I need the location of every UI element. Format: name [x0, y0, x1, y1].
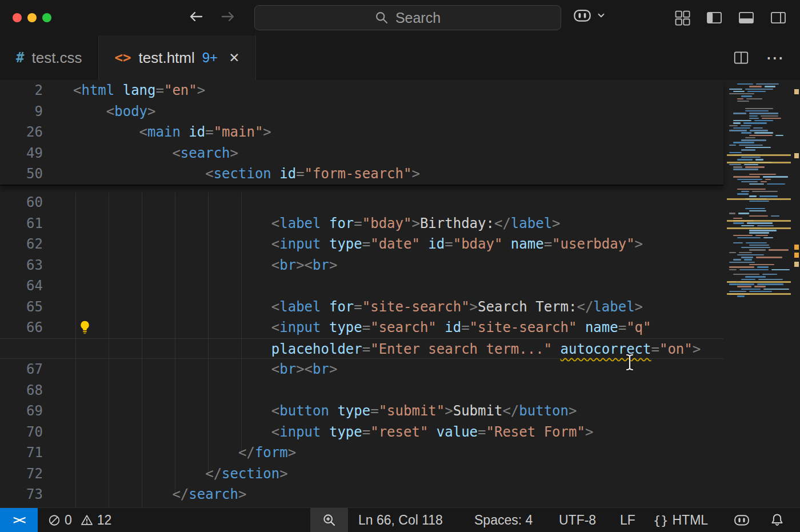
line-content[interactable]: <main id="main">	[43, 122, 271, 143]
line-content[interactable]: <br><br>	[43, 255, 337, 276]
encoding-status[interactable]: UTF-8	[559, 513, 596, 528]
code-line[interactable]: 26 <main id="main">	[0, 122, 723, 143]
line-content[interactable]: </form>	[43, 442, 296, 463]
code-line[interactable]: 69 <button type="submit">Submit</button>	[0, 401, 723, 422]
token-tag: search	[181, 145, 230, 161]
line-number: 67	[0, 359, 43, 380]
code-line[interactable]: placeholder="Enter search term..." autoc…	[0, 338, 723, 359]
code-line[interactable]: 62 <input type="date" id="bday" name="us…	[0, 234, 723, 255]
code-line[interactable]: 72 </section>	[0, 463, 723, 485]
code-line[interactable]: 61 <label for="bday">Birthday:</label>	[0, 213, 723, 234]
token-p: =	[370, 403, 378, 419]
line-content[interactable]: <search>	[43, 143, 238, 164]
minimap-highlight	[727, 198, 791, 200]
tab-test-css[interactable]: # test.css	[0, 35, 99, 80]
zoom-status-item[interactable]	[310, 508, 348, 532]
line-content[interactable]	[43, 380, 73, 401]
minimap-line	[747, 91, 766, 92]
code-line[interactable]: 65 <label for="site-search">Search Term:…	[0, 297, 723, 318]
line-content[interactable]: <label for="site-search">Search Term:</l…	[43, 297, 643, 318]
line-content[interactable]: <input type="date" id="bday" name="userb…	[43, 234, 643, 255]
code-line[interactable]: 49 <search>	[0, 143, 723, 164]
code-line[interactable]: 68	[0, 380, 723, 401]
line-content[interactable]: <button type="submit">Submit</button>	[43, 401, 577, 422]
problems-status[interactable]: 0 12	[48, 513, 111, 528]
navigate-back-icon[interactable]	[187, 8, 205, 25]
minimize-window-button[interactable]	[27, 13, 37, 22]
customize-layout-icon[interactable]	[673, 9, 691, 27]
token-p: <	[271, 424, 279, 440]
eol-status[interactable]: LF	[620, 513, 635, 528]
code-line[interactable]: 66 <input type="search" id="site-search"…	[0, 317, 723, 338]
line-content[interactable]: </section>	[43, 463, 288, 485]
line-content[interactable]: <br><br>	[43, 359, 337, 380]
toggle-secondary-sidebar-icon[interactable]	[769, 9, 787, 27]
token-p: >	[470, 299, 478, 315]
remote-indicator[interactable]: ><	[0, 508, 38, 532]
language-mode-status[interactable]: {} HTML	[653, 513, 708, 528]
code-line[interactable]: 63 <br><br>	[0, 255, 723, 276]
copilot-menu[interactable]	[573, 8, 606, 23]
code-line[interactable]: 64	[0, 275, 723, 297]
token-p: </	[577, 299, 593, 315]
toggle-panel-icon[interactable]	[737, 9, 755, 27]
cursor-position-status[interactable]: Ln 66, Col 118	[358, 513, 443, 528]
minimap-line	[729, 152, 742, 153]
code-line[interactable]: 2<html lang="en">	[0, 80, 723, 101]
close-tab-icon[interactable]: ✕	[229, 50, 239, 66]
line-content[interactable]: <body>	[43, 101, 156, 122]
close-window-button[interactable]	[13, 13, 22, 22]
token-p: =	[461, 319, 469, 335]
code-editor[interactable]: 6061 <label for="bday">Birthday:</label>…	[0, 80, 800, 507]
minimap-line	[744, 164, 758, 165]
minimap-line	[763, 176, 787, 177]
html-file-icon: <>	[115, 50, 131, 66]
maximize-window-button[interactable]	[42, 13, 51, 22]
token-p: =	[354, 215, 362, 231]
token-tag: label	[279, 215, 321, 231]
minimap-line	[749, 291, 772, 292]
line-content[interactable]: <html lang="en">	[43, 80, 205, 101]
code-line[interactable]: 67 <br><br>	[0, 359, 723, 380]
token-attr: lang	[123, 82, 156, 98]
indentation-status[interactable]: Spaces: 4	[474, 513, 533, 528]
token-p: <	[172, 145, 180, 161]
command-center-search[interactable]: Search	[254, 5, 561, 30]
line-content[interactable]	[43, 192, 73, 213]
tab-label: test.css	[31, 49, 82, 67]
minimap-line	[745, 166, 765, 167]
token-tag: br	[313, 257, 329, 273]
token-p: =	[362, 319, 370, 335]
copilot-status[interactable]	[734, 514, 750, 527]
line-content[interactable]: <input type="reset" value="Reset Form">	[43, 422, 593, 443]
minimap-line	[750, 130, 768, 131]
tab-label: test.html	[139, 49, 195, 67]
token-p: =	[445, 236, 453, 252]
code-line[interactable]: 60	[0, 192, 723, 213]
code-lines[interactable]: 6061 <label for="bday">Birthday:</label>…	[0, 185, 723, 505]
line-content[interactable]: <section id="form-search">	[43, 163, 420, 185]
notifications-status[interactable]	[770, 513, 784, 527]
navigate-forward-icon[interactable]	[219, 8, 237, 25]
token-ws	[73, 486, 172, 502]
toggle-primary-sidebar-icon[interactable]	[705, 9, 723, 27]
code-line[interactable]: 73 </search>	[0, 484, 723, 505]
line-content[interactable]: <label for="bday">Birthday:</label>	[43, 213, 561, 234]
line-content[interactable]: placeholder="Enter search term..." autoc…	[43, 339, 701, 359]
token-attr: id	[189, 124, 205, 140]
sticky-scroll[interactable]: 2<html lang="en">9 <body>26 <main id="ma…	[0, 80, 723, 186]
code-line[interactable]: 71 </form>	[0, 442, 723, 463]
minimap[interactable]	[726, 80, 800, 507]
line-content[interactable]: <input type="search" id="site-search" na…	[43, 317, 651, 338]
token-p: ><	[296, 257, 313, 273]
more-actions-icon[interactable]: ⋯	[766, 49, 784, 67]
line-content[interactable]: </search>	[43, 484, 246, 505]
code-line[interactable]: 9 <body>	[0, 101, 723, 122]
overview-ruler-mark	[794, 262, 799, 267]
tab-test-html[interactable]: <> test.html 9+ ✕	[99, 35, 257, 80]
code-line[interactable]: 50 <section id="form-search">	[0, 163, 723, 185]
line-content[interactable]	[43, 275, 73, 297]
token-str: "bday"	[362, 215, 412, 231]
split-editor-icon[interactable]	[733, 49, 750, 66]
code-line[interactable]: 70 <input type="reset" value="Reset Form…	[0, 422, 723, 443]
